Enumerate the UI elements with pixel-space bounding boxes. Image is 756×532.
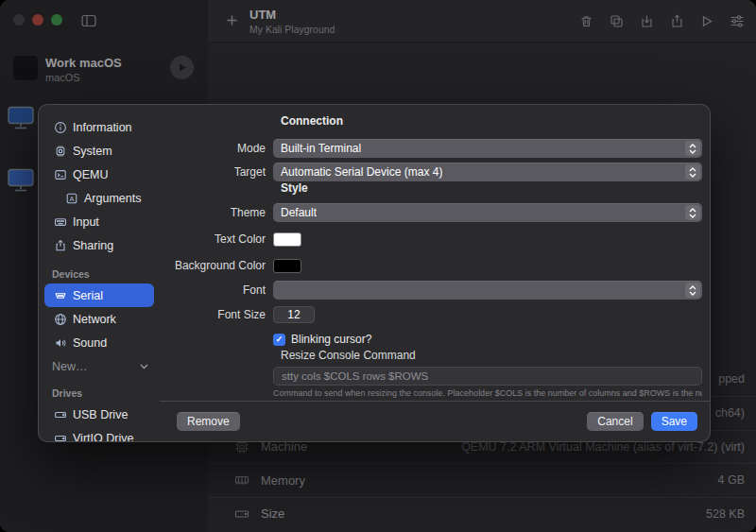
background-color-row: Background Color: [160, 256, 702, 275]
settings-nav: Information System QEMU A Arguments Inpu…: [39, 105, 160, 441]
serial-port-icon: [52, 289, 68, 302]
target-value: Automatic Serial Device (max 4): [281, 165, 442, 179]
nav-item-label: USB Drive: [73, 408, 128, 421]
target-row: Target Automatic Serial Device (max 4): [160, 163, 702, 181]
font-select[interactable]: [273, 281, 702, 300]
font-label: Font: [160, 283, 266, 297]
popup-chevrons-icon: [685, 205, 700, 220]
style-section-header: Style: [281, 181, 308, 195]
nav-item-information[interactable]: Information: [44, 115, 154, 139]
nav-item-label: New…: [52, 360, 88, 373]
mode-value: Built-in Terminal: [281, 142, 361, 155]
text-color-label: Text Color: [160, 232, 266, 246]
nav-item-usb-drive[interactable]: USB Drive: [44, 403, 154, 426]
font-size-label: Font Size: [160, 308, 266, 321]
nav-item-new-device[interactable]: New…: [44, 354, 154, 378]
popup-chevrons-icon: [685, 164, 700, 180]
save-button[interactable]: Save: [651, 412, 697, 431]
nav-item-label: Sharing: [73, 239, 113, 252]
connection-section-header: Connection: [281, 114, 343, 128]
theme-value: Default: [281, 206, 317, 219]
nav-section-devices: Devices: [39, 268, 160, 280]
blinking-cursor-row: Blinking cursor?: [160, 330, 702, 349]
nav-item-label: VirtIO Drive: [73, 432, 133, 443]
resize-command-field[interactable]: [273, 367, 702, 386]
target-label: Target: [160, 165, 266, 179]
nav-item-system[interactable]: System: [44, 139, 154, 163]
nav-item-label: Input: [73, 215, 99, 229]
resize-command-row: [160, 367, 702, 386]
theme-select[interactable]: Default: [273, 203, 702, 222]
popup-chevrons-icon: [685, 141, 700, 156]
blinking-cursor-checkbox[interactable]: [273, 334, 285, 346]
text-color-well[interactable]: [273, 232, 301, 247]
nav-item-label: Information: [73, 121, 132, 134]
chevron-down-icon: [140, 364, 148, 369]
chip-icon: [52, 145, 68, 158]
nav-item-virtio-drive[interactable]: VirtIO Drive: [44, 426, 154, 442]
serial-settings-form: Connection Mode Built-in Terminal Target…: [160, 105, 710, 403]
terminal-icon: [52, 168, 68, 181]
nav-section-drives: Drives: [39, 387, 160, 399]
resize-command-label: Resize Console Command: [281, 349, 416, 362]
background-color-well[interactable]: [273, 259, 301, 273]
nav-item-network[interactable]: Network: [44, 307, 154, 331]
theme-label: Theme: [160, 206, 266, 219]
globe-icon: [52, 313, 68, 326]
nav-item-sound[interactable]: Sound: [44, 331, 154, 354]
text-color-row: Text Color: [160, 230, 702, 249]
serial-settings-dialog: Information System QEMU A Arguments Inpu…: [38, 104, 711, 442]
nav-item-serial[interactable]: Serial: [44, 283, 154, 307]
mode-select[interactable]: Built-in Terminal: [273, 139, 702, 158]
dialog-footer: Remove Cancel Save: [160, 401, 710, 441]
blinking-cursor-label: Blinking cursor?: [291, 333, 371, 346]
nav-item-arguments[interactable]: A Arguments: [44, 186, 154, 210]
nav-item-label: Sound: [73, 336, 107, 350]
nav-item-label: Serial: [73, 289, 103, 302]
nav-item-label: Arguments: [84, 192, 141, 205]
cancel-button[interactable]: Cancel: [587, 412, 643, 431]
svg-text:A: A: [69, 194, 74, 202]
nav-item-label: QEMU: [73, 168, 109, 181]
info-icon: [52, 121, 68, 134]
drive-icon: [52, 408, 68, 421]
nav-item-label: Network: [73, 313, 116, 326]
mode-label: Mode: [160, 142, 266, 155]
nav-item-label: System: [73, 145, 112, 158]
theme-row: Theme Default: [160, 203, 702, 222]
nav-item-input[interactable]: Input: [44, 210, 154, 233]
font-row: Font: [160, 281, 702, 300]
speaker-icon: [52, 336, 68, 350]
drive-icon: [52, 432, 68, 443]
nav-item-sharing[interactable]: Sharing: [44, 233, 154, 257]
target-select[interactable]: Automatic Serial Device (max 4): [273, 163, 702, 181]
mode-row: Mode Built-in Terminal: [160, 139, 702, 158]
resize-command-help: Command to send when resizing the consol…: [273, 388, 702, 399]
font-size-row: Font Size: [160, 305, 702, 324]
share-arrow-icon: [52, 239, 68, 252]
background-color-label: Background Color: [160, 259, 266, 272]
popup-chevrons-icon: [685, 283, 700, 298]
arguments-icon: A: [63, 192, 79, 205]
nav-item-qemu[interactable]: QEMU: [44, 163, 154, 186]
remove-button[interactable]: Remove: [177, 412, 240, 431]
font-size-field[interactable]: [273, 306, 315, 323]
keyboard-icon: [52, 215, 68, 229]
